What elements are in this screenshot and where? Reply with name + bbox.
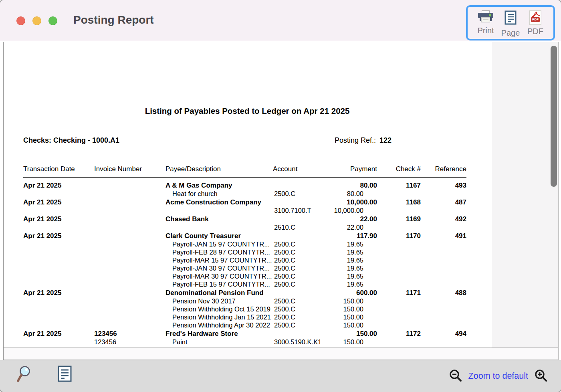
cell-description: Payroll-FEB 15 97 COUNTYTR... bbox=[165, 280, 273, 288]
cell-date bbox=[23, 223, 94, 231]
printer-icon bbox=[478, 10, 493, 24]
cell-invoice bbox=[94, 190, 165, 198]
cell-description: Heat for church bbox=[165, 190, 273, 198]
cell-account: 2500.C bbox=[273, 248, 320, 256]
cell-account: 2500.C bbox=[273, 272, 320, 280]
cell-description: Payroll-JAN 15 97 COUNTYTR... bbox=[165, 240, 273, 248]
cell-invoice bbox=[94, 223, 165, 231]
cell-invoice bbox=[94, 215, 165, 223]
report-detail-row: Payroll-FEB 28 97 COUNTYTR...2500.C19.65 bbox=[23, 248, 466, 256]
zoom-to-default-link[interactable]: Zoom to default bbox=[468, 371, 528, 381]
cell-payee: Chased Bank bbox=[165, 215, 273, 223]
page-button[interactable]: Page bbox=[498, 10, 523, 39]
pdf-label: PDF bbox=[527, 27, 543, 36]
column-header: Account bbox=[273, 165, 320, 173]
checks-account-label: Checks: Checking - 1000.A1 bbox=[23, 136, 119, 145]
cell-reference bbox=[421, 280, 466, 288]
report-row: Apr 21 2025123456Fred's Hardware Store15… bbox=[23, 330, 466, 338]
cell-payment: 150.00 bbox=[320, 330, 377, 338]
cell-description: Pension Withholding Oct 15 2019 bbox=[165, 305, 273, 313]
pdf-button[interactable]: PDF PDF bbox=[523, 10, 548, 39]
document-view-button[interactable] bbox=[58, 366, 72, 384]
cell-check bbox=[377, 280, 421, 288]
magnify-button[interactable] bbox=[16, 365, 31, 385]
cell-check: 1172 bbox=[377, 330, 421, 338]
cell-reference bbox=[421, 313, 466, 321]
column-header: Invoice Number bbox=[94, 165, 165, 173]
cell-account: 2500.C bbox=[273, 190, 320, 198]
zoom-in-icon bbox=[534, 378, 548, 384]
cell-check bbox=[377, 297, 421, 305]
zoom-out-icon bbox=[449, 378, 462, 384]
cell-reference bbox=[421, 223, 466, 231]
cell-amount: 22.00 bbox=[320, 223, 377, 231]
report-row: Apr 21 2025A & M Gas Company80.001167493 bbox=[23, 182, 466, 190]
report-detail-row: Payroll-MAR 15 97 COUNTYTR...2500.C19.65 bbox=[23, 256, 466, 264]
report-row: Apr 21 2025Acme Construction Company10,0… bbox=[23, 198, 466, 206]
cell-reference: 491 bbox=[421, 232, 466, 240]
cell-payee: Clark County Treasurer bbox=[165, 232, 273, 240]
minimize-button[interactable] bbox=[32, 16, 41, 25]
print-button[interactable]: Print bbox=[473, 10, 498, 39]
cell-invoice bbox=[94, 232, 165, 240]
report-detail-row: 2510.C22.00 bbox=[23, 223, 466, 231]
page-label: Page bbox=[501, 28, 520, 38]
cell-account bbox=[273, 232, 320, 240]
close-button[interactable] bbox=[16, 16, 25, 25]
cell-description bbox=[165, 223, 273, 231]
cell-account bbox=[273, 289, 320, 297]
maximize-button[interactable] bbox=[48, 16, 57, 25]
cell-reference bbox=[421, 305, 466, 313]
cell-invoice: 123456 bbox=[94, 338, 165, 346]
cell-amount: 19.65 bbox=[320, 256, 377, 264]
cell-amount: 19.65 bbox=[320, 272, 377, 280]
title-bar: Posting Report Print bbox=[0, 0, 561, 41]
cell-reference bbox=[421, 190, 466, 198]
cell-reference bbox=[421, 297, 466, 305]
cell-check bbox=[377, 256, 421, 264]
print-label: Print bbox=[477, 26, 494, 35]
cell-amount: 19.65 bbox=[320, 264, 377, 272]
cell-account: 2500.C bbox=[273, 297, 320, 305]
report-title: Listing of Payables Posted to Ledger on … bbox=[4, 106, 491, 116]
cell-invoice bbox=[94, 198, 165, 206]
posting-report-window: Posting Report Print bbox=[0, 0, 561, 392]
column-header: Transaction Date bbox=[23, 165, 94, 173]
cell-check bbox=[377, 272, 421, 280]
report-detail-row: Payroll-JAN 15 97 COUNTYTR...2500.C19.65 bbox=[23, 240, 466, 248]
cell-check bbox=[377, 248, 421, 256]
cell-reference: 494 bbox=[421, 330, 466, 338]
cell-account: 3100.7100.T bbox=[273, 206, 320, 214]
table-header-row: Transaction DateInvoice NumberPayee/Desc… bbox=[23, 165, 466, 173]
horizontal-scrollbar-track[interactable] bbox=[4, 348, 558, 360]
cell-invoice bbox=[94, 272, 165, 280]
cell-reference bbox=[421, 264, 466, 272]
cell-date bbox=[23, 297, 94, 305]
cell-date bbox=[23, 206, 94, 214]
scroll-gutter bbox=[492, 42, 558, 348]
cell-payment: 10,000.00 bbox=[320, 198, 377, 206]
cell-account: 2500.C bbox=[273, 264, 320, 272]
zoom-in-button[interactable] bbox=[534, 369, 548, 384]
cell-account: 3000.5190.K.K1 bbox=[273, 338, 320, 346]
posting-ref: Posting Ref.:122 bbox=[335, 136, 391, 145]
cell-payee: Fred's Hardware Store bbox=[165, 330, 273, 338]
cell-description: Pension Withholding Apr 30 2022 bbox=[165, 321, 273, 329]
cell-check: 1169 bbox=[377, 215, 421, 223]
cell-date bbox=[23, 264, 94, 272]
cell-check bbox=[377, 264, 421, 272]
cell-date: Apr 21 2025 bbox=[23, 215, 94, 223]
report-detail-row: 123456Paint3000.5190.K.K1150.00 bbox=[23, 338, 466, 346]
cell-account bbox=[273, 198, 320, 206]
cell-check bbox=[377, 223, 421, 231]
traffic-lights bbox=[16, 16, 57, 25]
cell-account: 2500.C bbox=[273, 321, 320, 329]
report-viewport: Listing of Payables Posted to Ledger on … bbox=[0, 42, 561, 360]
cell-check bbox=[377, 313, 421, 321]
document-icon bbox=[58, 378, 72, 384]
cell-check bbox=[377, 321, 421, 329]
vertical-scrollbar-thumb[interactable] bbox=[551, 46, 557, 187]
report-detail-row: 3100.7100.T10,000.00 bbox=[23, 206, 466, 214]
zoom-out-button[interactable] bbox=[449, 369, 462, 384]
cell-reference bbox=[421, 338, 466, 346]
